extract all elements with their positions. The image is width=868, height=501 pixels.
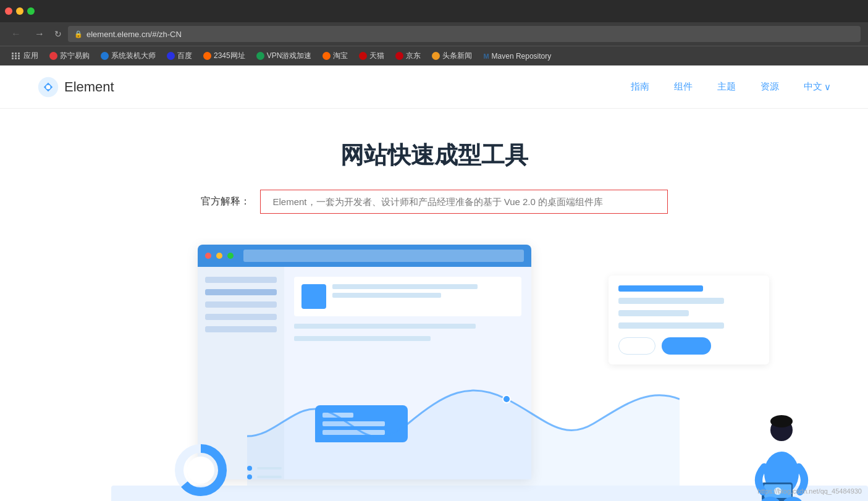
data-dot (247, 466, 252, 471)
svg-point-7 (770, 415, 793, 427)
nav-theme[interactable]: 主题 (717, 81, 736, 93)
panel-line (618, 310, 689, 316)
bookmark-taobao[interactable]: 淘宝 (318, 49, 353, 63)
apps-label: 应用 (23, 51, 38, 61)
title-bar (0, 0, 868, 22)
mockup-searchbar (243, 250, 524, 262)
panel-line (618, 322, 724, 329)
hero-title: 网站快速成型工具 (37, 140, 831, 171)
svg-point-1 (46, 85, 50, 89)
language-selector[interactable]: 中文 ∨ (804, 81, 831, 93)
bookmark-vpn[interactable]: VPN游戏加速 (251, 49, 317, 63)
vpn-favicon (256, 52, 264, 60)
bookmark-systemmaster[interactable]: 系统装机大师 (96, 49, 161, 63)
site-header: Element 指南 组件 主题 资源 中文 ∨ (0, 65, 868, 109)
browser-window: ← → ↻ 🔒 element.eleme.cn/#/zh-CN 应用 苏宁易购… (0, 0, 868, 501)
bookmark-label: 系统装机大师 (111, 51, 156, 61)
bookmark-label: 淘宝 (333, 51, 348, 61)
bookmark-label: VPN游戏加速 (267, 51, 312, 61)
apps-grid-icon (11, 52, 21, 60)
language-label: 中文 (804, 81, 822, 93)
bookmark-jd[interactable]: 京东 (390, 49, 426, 63)
data-dots (247, 466, 282, 479)
taobao-favicon (322, 52, 331, 60)
2345-favicon (203, 52, 211, 60)
apps-bookmark[interactable]: 应用 (6, 49, 43, 63)
lock-icon: 🔒 (74, 30, 83, 38)
bookmark-maven[interactable]: M Maven Repository (478, 50, 556, 62)
jd-favicon (395, 52, 403, 60)
mockup-line (332, 284, 478, 289)
donut-chart (173, 442, 229, 498)
nav-components[interactable]: 组件 (674, 81, 693, 93)
bookmark-label: 头条新闻 (442, 51, 472, 61)
wave-chart (247, 362, 680, 486)
site-navigation: 指南 组件 主题 资源 中文 ∨ (631, 81, 831, 93)
panel-line (618, 298, 724, 304)
bookmark-tianmao[interactable]: 天猫 (354, 49, 389, 63)
panel-line (618, 285, 703, 292)
data-dot (247, 474, 252, 479)
mockup-max-dot (227, 253, 234, 259)
logo-text: Element (64, 79, 114, 95)
bookmark-suning[interactable]: 苏宁易购 (44, 49, 95, 63)
mockup-sidebar-item (205, 289, 277, 295)
mockup-close-dot (205, 253, 211, 259)
back-button[interactable]: ← (7, 27, 25, 41)
bookmark-label: 百度 (177, 51, 192, 61)
mockup-sidebar-item (205, 277, 277, 283)
reload-button[interactable]: ↻ (54, 29, 62, 39)
suning-favicon (49, 52, 57, 60)
mockup-sidebar-item (205, 301, 277, 308)
nav-bar: ← → ↻ 🔒 element.eleme.cn/#/zh-CN (0, 22, 868, 46)
logo[interactable]: Element (37, 76, 114, 98)
forward-button[interactable]: → (31, 27, 48, 41)
desc-label: 官方解释： (201, 195, 250, 208)
mockup-card (294, 277, 521, 316)
bookmark-label: 苏宁易购 (60, 51, 90, 61)
chevron-down-icon: ∨ (824, 82, 831, 93)
address-bar[interactable]: 🔒 element.eleme.cn/#/zh-CN (68, 26, 861, 42)
svg-point-5 (187, 457, 214, 484)
maximize-button[interactable] (27, 7, 35, 15)
bookmark-label: 天猫 (369, 51, 384, 61)
minimize-button[interactable] (16, 7, 23, 15)
element-logo-icon (37, 76, 59, 98)
bookmarks-bar: 应用 苏宁易购 系统装机大师 百度 2345网址 VPN游戏加速 淘宝 天猫 (0, 46, 868, 65)
mockup-card-image (301, 284, 326, 309)
nav-guide[interactable]: 指南 (631, 81, 649, 93)
bookmark-label: 2345网址 (214, 51, 245, 61)
mockup-min-dot (216, 253, 222, 259)
systemmaster-favicon (101, 52, 109, 60)
data-dot-row (247, 474, 282, 479)
toutiao-favicon (432, 52, 440, 60)
svg-point-2 (503, 395, 510, 403)
bookmark-maven-label: Maven Repository (492, 52, 552, 61)
maven-favicon: M (483, 53, 489, 60)
panel-ghost-button (618, 337, 655, 355)
nav-resources[interactable]: 资源 (761, 81, 779, 93)
mockup-line (294, 336, 431, 341)
mockup-card-lines (332, 284, 514, 309)
mockup-line (332, 293, 441, 298)
bookmark-label: 京东 (406, 51, 421, 61)
bookmark-2345[interactable]: 2345网址 (198, 49, 250, 63)
watermark: https://blog.csdn.net/qq_45484930 (757, 487, 862, 495)
panel-solid-button (662, 337, 711, 355)
close-button[interactable] (5, 7, 12, 15)
bookmark-baidu[interactable]: 百度 (162, 49, 197, 63)
tianmao-favicon (359, 52, 367, 60)
data-dot-line (257, 476, 282, 478)
bookmark-toutiao[interactable]: 头条新闻 (427, 49, 477, 63)
hero-illustration (0, 238, 868, 501)
hero-description: 官方解释： (37, 190, 831, 214)
website-content: Element 指南 组件 主题 资源 中文 ∨ 网站快速成型工具 官方解释： (0, 65, 868, 501)
mockup-right-panel (609, 276, 769, 364)
mockup-line (294, 324, 476, 329)
hero-section: 网站快速成型工具 官方解释： (0, 109, 868, 214)
baidu-favicon (167, 52, 175, 60)
mockup-sidebar-item (205, 314, 277, 320)
desc-input[interactable] (260, 190, 668, 214)
panel-buttons (618, 337, 759, 355)
mockup-titlebar (198, 245, 531, 267)
